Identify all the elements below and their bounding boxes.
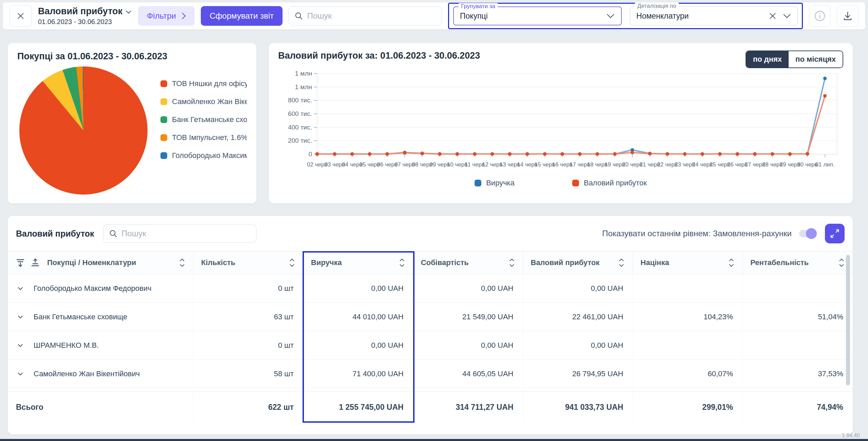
table-body: Голобородько Максим Федорович 0 шт 0,00 … [8, 274, 853, 388]
svg-text:30 черв: 30 черв [797, 161, 817, 168]
row-cost: 0,00 UAH [413, 274, 523, 302]
sort-icon[interactable] [838, 258, 845, 267]
row-revenue: 0,00 UAH [304, 274, 413, 302]
legend-color-swatch [572, 180, 579, 186]
line-legend-item[interactable]: Виручка [475, 179, 515, 187]
sort-icon[interactable] [509, 258, 515, 267]
pie-legend-item[interactable]: ТОВ Імпульснет, 1.6% [160, 133, 247, 142]
header-markup-column[interactable]: Націнка [633, 252, 743, 274]
sort-icon[interactable] [399, 258, 405, 267]
sort-icon[interactable] [179, 258, 185, 267]
download-button[interactable] [837, 5, 859, 27]
row-gross-profit: 26 794,95 UAH [523, 360, 633, 388]
row-gross-profit: 22 461,00 UAH [523, 303, 633, 331]
header-profitability-column[interactable]: Рентабельність [743, 252, 853, 274]
pie-legend-label: Самойленко Жан Вікентійо... [172, 97, 247, 106]
page-title: Валовий прибуток [38, 6, 122, 17]
toggle-by-months[interactable]: по місяцях [789, 51, 843, 67]
header-quantity-column[interactable]: Кількість [194, 252, 304, 274]
app-version: 1.84.40 [842, 433, 860, 439]
pie-legend-item[interactable]: Голобородько Максим Фед... [160, 151, 247, 160]
row-markup [633, 274, 743, 302]
table-title: Валовий прибуток [16, 229, 94, 239]
header-cost-column[interactable]: Собівартість [413, 252, 523, 274]
row-name: ШРАМЧЕНКО М.В. [34, 341, 99, 350]
pie-chart[interactable] [19, 66, 148, 195]
row-profitability: 51,04% [743, 303, 853, 331]
pie-legend-item[interactable]: Самойленко Жан Вікентійо... [160, 97, 247, 106]
expand-all-icon[interactable] [15, 258, 25, 268]
svg-text:1 млн: 1 млн [295, 70, 312, 77]
pie-chart-card: Покупці за 01.06.2023 - 30.06.2023 ТОВ Н… [8, 43, 256, 203]
table-row[interactable]: ШРАМЧЕНКО М.В. 0 шт 0,00 UAH 0,00 UAH 0,… [8, 331, 853, 360]
row-profitability: 37,53% [743, 360, 853, 388]
scrollbar[interactable] [846, 255, 850, 385]
sort-icon[interactable] [618, 258, 624, 267]
header-name-column[interactable]: Покупці / Номенклатури [8, 252, 194, 274]
totals-cost: 314 711,27 UAH [413, 392, 523, 423]
generate-report-button[interactable]: Сформувати звіт [201, 6, 283, 26]
table-totals-row: Всього 622 шт 1 255 745,00 UAH 314 711,2… [8, 392, 853, 423]
svg-text:200 тис.: 200 тис. [288, 137, 312, 144]
info-button[interactable] [809, 5, 831, 27]
chevron-down-icon[interactable] [783, 13, 791, 19]
chevron-down-icon[interactable] [16, 284, 25, 293]
pie-legend-label: ТОВ Імпульснет, 1.6% [172, 133, 247, 142]
row-cost: 44 605,05 UAH [413, 360, 523, 388]
row-revenue: 71 400,00 UAH [304, 360, 413, 388]
expand-icon [830, 228, 840, 239]
row-quantity: 63 шт [194, 303, 304, 331]
table-row[interactable]: Банк Гетьманське сховище 63 шт 44 010,00… [8, 303, 853, 331]
sort-icon[interactable] [728, 258, 734, 267]
sort-icon[interactable] [289, 258, 295, 267]
search-input[interactable] [307, 11, 437, 21]
filters-button[interactable]: Фільтри [138, 6, 195, 26]
svg-text:0: 0 [308, 151, 312, 158]
topbar-search[interactable] [289, 6, 442, 25]
topbar: Валовий прибуток 01.06.2023 - 30.06.2023… [3, 2, 865, 29]
row-profitability [743, 274, 853, 302]
chevron-down-icon[interactable] [16, 341, 25, 350]
pie-legend-item[interactable]: ТОВ Няшки для офісу, 89.21... [160, 79, 247, 88]
period-toggle: по днях по місяцях [746, 51, 843, 68]
row-name: Самойленко Жан Вікентійович [34, 369, 140, 378]
row-name: Голобородько Максим Федорович [34, 284, 152, 293]
table-search[interactable] [103, 224, 256, 243]
last-level-toggle[interactable] [799, 230, 815, 237]
chevron-down-icon[interactable] [16, 313, 25, 321]
header-gross-profit-column[interactable]: Валовий прибуток [523, 252, 633, 274]
totals-markup: 299,01% [633, 392, 743, 423]
clear-icon[interactable] [769, 12, 776, 20]
detail-by-select[interactable]: Деталізація по Номенклатури [630, 6, 798, 25]
legend-color-swatch [160, 80, 167, 87]
toggle-by-days[interactable]: по днях [746, 51, 789, 67]
table-search-input[interactable] [121, 229, 251, 238]
chevron-down-icon[interactable] [606, 13, 615, 19]
svg-text:1 млн: 1 млн [295, 83, 312, 91]
line-legend-item[interactable]: Валовий прибуток [572, 179, 647, 187]
svg-text:400 тис.: 400 тис. [288, 124, 312, 131]
header-revenue-column[interactable]: Виручка [304, 252, 413, 274]
fullscreen-button[interactable] [825, 224, 845, 243]
bottom-bar [0, 439, 868, 441]
close-button[interactable] [9, 5, 32, 27]
row-gross-profit: 0,00 UAH [523, 331, 633, 359]
line-chart[interactable]: 0200 тис.400 тис.600 тис.800 тис.1 млн1 … [278, 69, 843, 177]
legend-color-swatch [160, 116, 167, 123]
collapse-all-icon[interactable] [30, 258, 40, 268]
pie-legend-item[interactable]: Банк Гетьманське сховище... [160, 115, 247, 124]
table-row[interactable]: Самойленко Жан Вікентійович 58 шт 71 400… [8, 360, 853, 388]
chevron-right-icon [181, 12, 186, 20]
row-markup: 104,23% [633, 303, 743, 331]
table-row[interactable]: Голобородько Максим Федорович 0 шт 0,00 … [8, 274, 853, 303]
chevron-down-icon[interactable] [16, 369, 25, 378]
report-title-block[interactable]: Валовий прибуток 01.06.2023 - 30.06.2023 [38, 6, 132, 26]
legend-color-swatch [475, 180, 481, 186]
row-profitability [743, 331, 853, 359]
group-by-select[interactable]: Групувати за Покупці [453, 6, 622, 25]
svg-text:800 тис.: 800 тис. [288, 97, 312, 104]
row-gross-profit: 0,00 UAH [523, 274, 633, 302]
legend-color-swatch [160, 134, 167, 141]
detail-by-value: Номенклатури [636, 12, 769, 21]
row-markup [633, 331, 743, 359]
